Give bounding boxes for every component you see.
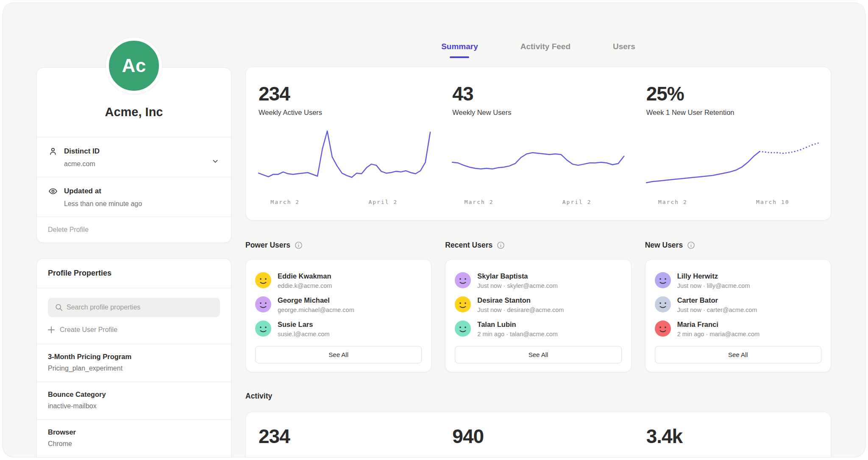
weekly-new-users-chart	[452, 129, 624, 193]
user-name: George Michael	[278, 296, 354, 304]
user-detail: eddie.k@acme.com	[278, 282, 332, 289]
create-user-profile-label: Create User Profile	[60, 326, 117, 334]
avatar-face-icon	[655, 296, 671, 312]
user-name: Susie Lars	[278, 321, 330, 329]
profile-sidebar: Ac Acme, Inc Distinct ID	[36, 3, 231, 457]
user-detail: 2 min ago · maria@acme.com	[677, 331, 760, 337]
see-all-button[interactable]: See All	[655, 346, 821, 363]
user-sections: Power Users Eddie Kwa	[245, 241, 831, 372]
weekly-new-users-cell: 43 Weekly New Users March 2 April 2	[441, 82, 635, 207]
user-detail: Just now · carter@acme.com	[677, 307, 757, 313]
activity-stat-cell: 234	[248, 425, 441, 448]
user-row[interactable]: George Michael george.michael@acme.com	[255, 296, 422, 313]
user-detail: Just now · skyler@acme.com	[477, 282, 558, 289]
retention-cell: 25% Week 1 New User Retention March 2 Ma…	[635, 82, 829, 207]
delete-profile-button[interactable]: Delete Profile	[37, 217, 231, 243]
property-value: Pricing_plan_experiment	[48, 365, 220, 372]
info-icon[interactable]	[497, 241, 505, 249]
info-icon[interactable]	[295, 241, 303, 249]
tab-activity-feed[interactable]: Activity Feed	[520, 42, 570, 67]
new-users-card: Lilly Herwitz Just now · lilly@acme.com …	[645, 259, 831, 372]
see-all-button[interactable]: See All	[255, 346, 422, 363]
x-tick: March 2	[270, 199, 300, 205]
user-name: Lilly Herwitz	[677, 272, 750, 280]
activity-stat-value: 234	[259, 425, 430, 448]
user-row[interactable]: Talan Lubin 2 min ago · talan@acme.com	[455, 321, 621, 337]
search-icon	[55, 303, 63, 312]
user-row[interactable]: Carter Bator Just now · carter@acme.com	[655, 296, 821, 313]
x-tick: March 10	[756, 199, 790, 205]
avatar-face-icon	[255, 272, 271, 288]
stat-value: 234	[259, 82, 430, 105]
see-all-button[interactable]: See All	[455, 346, 621, 363]
user-row[interactable]: Eddie Kwakman eddie.k@acme.com	[255, 272, 422, 289]
user-row[interactable]: Skylar Baptista Just now · skyler@acme.c…	[455, 272, 621, 289]
user-avatar	[255, 296, 271, 312]
activity-stat-value: 940	[452, 425, 624, 448]
app-frame: Ac Acme, Inc Distinct ID	[3, 3, 865, 457]
user-detail: Just now · lilly@acme.com	[677, 282, 750, 289]
x-tick: April 2	[368, 199, 398, 205]
tab-summary[interactable]: Summary	[441, 42, 478, 67]
profile-card: Acme, Inc Distinct ID acme.com	[36, 67, 231, 243]
tab-active-underline	[450, 56, 469, 58]
avatar-face-icon	[255, 296, 271, 312]
company-avatar: Ac	[106, 38, 162, 94]
stat-value: 43	[452, 82, 624, 105]
user-row[interactable]: Maria Franci 2 min ago · maria@acme.com	[655, 321, 821, 337]
activity-stat-value: 3.4k	[646, 425, 818, 448]
profile-properties-card: Profile Properties Create User Profile 3…	[36, 258, 231, 457]
stat-label: Weekly New Users	[452, 109, 624, 117]
user-detail: 2 min ago · talan@acme.com	[477, 331, 558, 337]
avatar-face-icon	[255, 321, 271, 337]
x-tick: March 2	[658, 199, 687, 205]
recent-users-card: Skylar Baptista Just now · skyler@acme.c…	[445, 259, 631, 372]
create-user-profile-button[interactable]: Create User Profile	[37, 317, 231, 344]
distinct-id-value: acme.com	[64, 160, 220, 168]
user-row[interactable]: Desirae Stanton Just now · desirare@acme…	[455, 296, 621, 313]
property-name: 3-Month Pricing Program	[48, 353, 220, 361]
activity-stat-cell: 940	[441, 425, 635, 448]
company-avatar-initials: Ac	[122, 55, 146, 76]
property-row[interactable]: Bounce Category inactive-mailbox	[37, 382, 231, 419]
plus-icon	[48, 326, 55, 333]
weekly-active-users-cell: 234 Weekly Active Users March 2 April 2	[248, 82, 441, 207]
updated-at-label: Updated at	[64, 187, 101, 195]
x-tick: April 2	[562, 199, 592, 205]
property-value: inactive-mailbox	[48, 402, 220, 410]
tab-activity-feed-label: Activity Feed	[520, 42, 570, 51]
weekly-active-users-chart	[259, 129, 430, 193]
user-avatar	[655, 321, 671, 337]
user-detail: george.michael@acme.com	[278, 307, 354, 313]
avatar-face-icon	[655, 272, 671, 288]
property-row[interactable]: 3-Month Pricing Program Pricing_plan_exp…	[37, 344, 231, 382]
tab-users[interactable]: Users	[613, 42, 635, 67]
user-avatar	[455, 296, 471, 312]
search-input[interactable]	[48, 298, 220, 317]
property-name: Browser	[48, 428, 220, 436]
tab-users-label: Users	[613, 42, 635, 51]
chevron-down-icon[interactable]	[211, 156, 220, 166]
stat-value: 25%	[646, 82, 818, 105]
distinct-id-row: Distinct ID acme.com	[37, 137, 231, 177]
user-avatar	[255, 321, 271, 337]
eye-icon	[48, 186, 58, 196]
info-icon[interactable]	[687, 241, 695, 249]
x-axis-labels: March 2 March 10	[646, 199, 818, 207]
tab-summary-label: Summary	[441, 42, 478, 51]
property-name: Bounce Category	[48, 390, 220, 399]
avatar-face-icon	[455, 321, 471, 337]
user-avatar	[455, 272, 471, 288]
section-title: New Users	[645, 241, 683, 250]
x-axis-labels: March 2 April 2	[452, 199, 624, 207]
property-row[interactable]: Browser Chrome	[37, 419, 231, 457]
profile-properties-title: Profile Properties	[37, 259, 231, 288]
user-avatar	[655, 272, 671, 288]
activity-title: Activity	[245, 392, 831, 401]
updated-at-row: Updated at Less than one minute ago	[37, 177, 231, 217]
section-title: Recent Users	[445, 241, 492, 250]
user-row[interactable]: Susie Lars susie.l@acme.com	[255, 321, 422, 337]
activity-card: 234 940 3.4k	[245, 412, 831, 457]
user-row[interactable]: Lilly Herwitz Just now · lilly@acme.com	[655, 272, 821, 289]
property-value: Chrome	[48, 440, 220, 448]
